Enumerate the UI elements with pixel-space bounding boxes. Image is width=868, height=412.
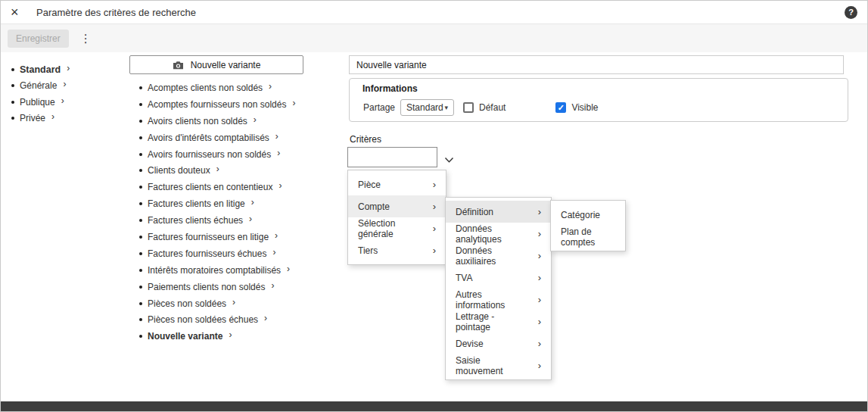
variant-label: Nouvelle variante — [148, 331, 222, 342]
bullet-icon — [11, 101, 14, 104]
menu-item-label: Catégorie — [561, 210, 600, 220]
partage-label: Partage — [363, 102, 395, 113]
chevron-right-icon: › — [425, 245, 436, 255]
chevron-right-icon: › — [292, 98, 295, 108]
criteres-input[interactable] — [347, 147, 437, 167]
variant-label: Paiements clients non soldés — [148, 282, 265, 292]
toolbar: Enregistrer ⋮ — [1, 24, 867, 52]
chevron-right-icon: › — [249, 214, 252, 223]
category-list: Standard › Générale › Publique › Privée … — [11, 61, 70, 126]
variant-item[interactable]: Factures clients échues › — [139, 212, 295, 229]
bullet-icon — [139, 103, 142, 106]
visible-checkbox-group[interactable]: ✓ Visible — [555, 102, 598, 113]
menu-item[interactable]: Tiers › — [348, 239, 446, 261]
variant-item[interactable]: Acomptes clients non soldés › — [139, 80, 295, 96]
defaut-checkbox[interactable]: ✓ — [463, 102, 474, 113]
defaut-checkbox-group[interactable]: ✓ Défaut — [463, 102, 506, 113]
variant-item[interactable]: Intérêts moratoires comptabilisés › — [139, 262, 295, 279]
category-label: Privée — [20, 113, 45, 123]
bullet-icon — [139, 86, 142, 89]
chevron-right-icon: › — [254, 115, 257, 124]
menu-item[interactable]: Sélection générale › — [348, 217, 446, 239]
variant-item[interactable]: Factures fournisseurs en litige › — [139, 229, 295, 245]
menu-item[interactable]: Compte › — [348, 195, 446, 217]
variant-item[interactable]: Factures fournisseurs échues › — [139, 245, 295, 262]
variant-item[interactable]: Avoirs fournisseurs non soldés › — [139, 146, 295, 163]
menu-item[interactable]: Catégorie — [551, 204, 625, 226]
new-variant-button-label: Nouvelle variante — [191, 60, 261, 70]
variant-item[interactable]: Nouvelle variante › — [139, 328, 295, 345]
chevron-right-icon: › — [530, 273, 541, 282]
category-item[interactable]: Privée › — [11, 111, 70, 127]
variant-label: Factures clients échues — [148, 215, 243, 226]
variant-item[interactable]: Factures clients en contentieux › — [139, 179, 295, 195]
category-item[interactable]: Publique › — [11, 94, 70, 111]
bullet-icon — [139, 169, 142, 172]
menu-item-label: Saisie mouvement — [456, 355, 530, 376]
chevron-right-icon: › — [61, 96, 64, 105]
variant-label: Avoirs d'intérêts comptabilisés — [148, 133, 269, 143]
menu-item[interactable]: Pièce › — [348, 173, 446, 195]
variant-label: Factures clients en contentieux — [148, 182, 272, 192]
check-icon: ✓ — [558, 104, 565, 112]
menu-item-label: Autres informations — [456, 289, 530, 311]
more-options-icon[interactable]: ⋮ — [80, 32, 92, 45]
variant-label: Acomptes fournisseurs non soldés — [148, 99, 286, 110]
category-label: Publique — [20, 97, 55, 108]
menu-item[interactable]: Lettrage - pointage › — [446, 311, 551, 332]
chevron-right-icon: › — [269, 82, 272, 91]
menu-item[interactable]: TVA › — [446, 267, 551, 289]
informations-panel: Informations Partage Standard ▾ ✓ Défaut… — [349, 78, 848, 122]
menu-item[interactable]: Données auxiliaires › — [446, 245, 551, 267]
chevron-right-icon: › — [425, 201, 436, 211]
category-item[interactable]: Standard › — [11, 61, 70, 78]
variant-item[interactable]: Clients douteux › — [139, 162, 295, 179]
title-bar: × Paramètre des critères de recherche ? — [1, 1, 867, 24]
chevron-right-icon: › — [272, 248, 275, 257]
chevron-right-icon: › — [275, 231, 278, 240]
menu-item-label: Devise — [456, 339, 484, 349]
chevron-down-icon[interactable] — [444, 153, 454, 167]
menu-item[interactable]: Saisie mouvement › — [446, 354, 551, 376]
close-icon[interactable]: × — [11, 5, 24, 19]
menu-item[interactable]: Données analytiques › — [446, 223, 551, 245]
variant-item[interactable]: Acomptes fournisseurs non soldés › — [139, 96, 295, 113]
menu-item[interactable]: Autres informations › — [446, 289, 551, 311]
save-button[interactable]: Enregistrer — [8, 30, 69, 48]
visible-checkbox[interactable]: ✓ — [555, 102, 566, 113]
criteres-label: Critères — [350, 134, 381, 145]
variant-item[interactable]: Factures clients en litige › — [139, 195, 295, 212]
variant-item[interactable]: Pièces non soldées échues › — [139, 311, 295, 328]
bullet-icon — [139, 302, 142, 305]
bullet-icon — [139, 219, 142, 222]
chevron-right-icon: › — [278, 181, 282, 190]
menu-item-label: Pièce — [358, 179, 381, 190]
variant-label: Avoirs clients non soldés — [148, 116, 247, 126]
bullet-icon — [139, 318, 142, 321]
menu-item[interactable]: Devise › — [446, 332, 551, 354]
new-variant-button[interactable]: Nouvelle variante — [129, 55, 303, 74]
bullet-icon — [139, 236, 142, 239]
help-icon[interactable]: ? — [845, 6, 857, 19]
menu-item[interactable]: Définition › — [446, 201, 551, 223]
visible-label: Visible — [571, 102, 598, 113]
chevron-right-icon: › — [232, 298, 235, 307]
bullet-icon — [139, 120, 142, 123]
variant-item[interactable]: Avoirs d'intérêts comptabilisés › — [139, 130, 295, 146]
chevron-right-icon: › — [51, 112, 54, 121]
chevron-right-icon: › — [287, 264, 290, 273]
chevron-right-icon: › — [271, 281, 274, 290]
bottom-bar — [1, 401, 867, 411]
variant-item[interactable]: Avoirs clients non soldés › — [139, 113, 295, 130]
variant-item[interactable]: Pièces non soldées › — [139, 295, 295, 312]
menu-item-label: Compte — [358, 201, 390, 212]
menu-item-label: Lettrage - pointage — [456, 311, 530, 332]
variant-item[interactable]: Paiements clients non soldés › — [139, 279, 295, 295]
partage-select[interactable]: Standard ▾ — [400, 99, 454, 116]
variant-name-input[interactable] — [349, 55, 844, 74]
bullet-icon — [11, 117, 14, 120]
category-item[interactable]: Générale › — [11, 78, 70, 95]
bullet-icon — [139, 186, 142, 189]
menu-item[interactable]: Plan de comptes — [551, 226, 625, 248]
menu-item-label: Sélection générale — [358, 218, 425, 239]
